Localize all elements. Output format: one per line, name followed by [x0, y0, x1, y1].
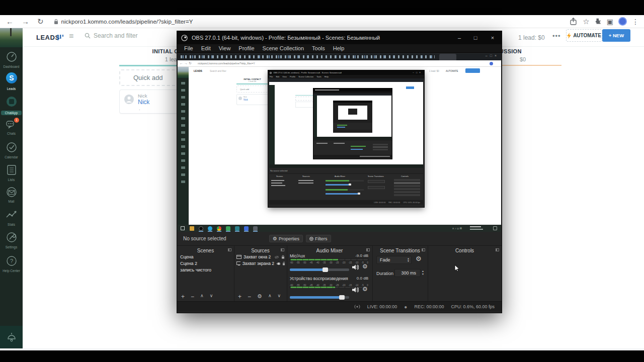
duration-input[interactable]: 300 ms: [394, 269, 421, 277]
l2-menu-item: Scene Collection: [298, 75, 313, 78]
scale-tick: -10: [355, 284, 359, 287]
scale-tick: -35: [323, 284, 326, 287]
back-button[interactable]: ←: [6, 15, 14, 28]
lightning-icon: [567, 33, 571, 39]
sidebar-item-help-center[interactable]: ? Help Center: [0, 255, 23, 273]
eye-icon[interactable]: [276, 262, 280, 265]
slider-handle[interactable]: [339, 295, 345, 300]
menu-item[interactable]: Scene Collection: [259, 45, 308, 51]
scale-tick: -35: [323, 261, 326, 264]
obs-title-bar[interactable]: OBS 27.0.1 (64-bit, windows) - Profile: …: [177, 31, 502, 44]
menu-item[interactable]: Tools: [308, 45, 329, 51]
scale-tick: -20: [342, 261, 346, 264]
channel-settings-icon[interactable]: ⚙: [362, 263, 368, 270]
speaker-icon[interactable]: [352, 287, 359, 293]
forward-button[interactable]: →: [22, 15, 29, 28]
menu-item[interactable]: Help: [329, 45, 349, 51]
sidebar-item-settings[interactable]: Settings: [0, 232, 23, 249]
menu-item[interactable]: Edit: [197, 45, 215, 51]
mixer-channel-name: Устройство воспроизведения: [290, 276, 348, 281]
more-button[interactable]: •••: [552, 32, 561, 40]
scale-tick: -60: [290, 284, 293, 287]
combo-carets-icon: ▴▾: [408, 257, 409, 262]
scene-item[interactable]: Сцена: [180, 254, 211, 259]
close-button[interactable]: ×: [484, 31, 502, 44]
volume-slider[interactable]: [290, 268, 349, 271]
search-input[interactable]: Search and filter: [85, 32, 137, 39]
lead-summary: 1 lead: $0: [518, 34, 545, 41]
maximize-button[interactable]: □: [467, 31, 484, 44]
sidebar-item-stats[interactable]: Stats: [0, 209, 23, 226]
filters-button[interactable]: Filters: [306, 235, 331, 242]
preview-card-link: Nick: [244, 99, 248, 101]
lead-card-link[interactable]: Nick: [138, 99, 149, 106]
profile-avatar[interactable]: [618, 17, 627, 26]
scene-item[interactable]: запись чистого: [180, 267, 211, 273]
add-scene-icon[interactable]: +: [181, 293, 185, 300]
l2-title: OBS 27.0.1 (64-bit, windows) - Profile: …: [273, 71, 342, 74]
scene-up-icon[interactable]: ∧: [200, 293, 204, 300]
sidebar-item-calendar[interactable]: Calendar: [0, 142, 23, 159]
sidebar-item-dashboard[interactable]: Dashboard: [0, 51, 23, 68]
pipeline-view-icon[interactable]: [57, 34, 64, 40]
l2-tabstrip: [269, 78, 423, 82]
notifications-bell-icon[interactable]: [6, 331, 17, 343]
speaker-icon[interactable]: [352, 264, 359, 270]
add-source-icon[interactable]: +: [238, 293, 242, 300]
l2-panels: Scenes Sources Audio Mixer Scene Transit…: [269, 173, 423, 200]
source-row[interactable]: Захват окна 2: [236, 254, 285, 259]
source-up-icon[interactable]: ∧: [268, 293, 272, 300]
sidebar-item-mail[interactable]: Mail: [0, 187, 23, 203]
duration-value: 300 ms: [401, 270, 416, 276]
properties-button[interactable]: ⚙ Properties: [269, 235, 303, 242]
l2-status-rec: REC: 00:00:00: [388, 202, 400, 204]
sidebar-item-leads[interactable]: S Leads: [0, 71, 23, 90]
mail-icon: [6, 187, 17, 197]
list-view-icon[interactable]: ≡: [69, 32, 73, 41]
taskbar-app-icon: [226, 226, 230, 231]
scene-item[interactable]: Сцена 2: [180, 261, 211, 266]
sidebar-item-chats[interactable]: 1 Chats: [0, 119, 23, 135]
eye-off-icon[interactable]: [274, 255, 279, 259]
sidebar-item-chatapp[interactable]: ChatApp: [0, 96, 23, 115]
new-lead-button[interactable]: + NEW LEAD: [602, 29, 630, 42]
lock-icon[interactable]: [282, 261, 285, 265]
lock-icon[interactable]: [281, 255, 285, 259]
automate-button[interactable]: AUTOMATE: [566, 29, 602, 42]
volume-slider[interactable]: [290, 296, 349, 299]
l2-logo-dot: [270, 72, 272, 74]
bookmark-star-icon[interactable]: ☆: [583, 17, 589, 26]
scale-tick: -50: [303, 284, 306, 287]
minimize-button[interactable]: –: [451, 31, 467, 44]
menu-item[interactable]: View: [215, 45, 235, 51]
remove-scene-icon[interactable]: −: [191, 293, 194, 300]
reload-button[interactable]: ↻: [37, 15, 44, 28]
svg-text:S: S: [9, 74, 14, 82]
mixer-panel-title: Audio Mixer: [287, 248, 372, 253]
l2-panel-scenes: Scenes: [276, 175, 283, 177]
slider-handle[interactable]: [323, 267, 328, 272]
scene-down-icon[interactable]: ∨: [210, 293, 213, 300]
sidebar-item-lists[interactable]: Lists: [0, 164, 23, 182]
duration-spinner-icon[interactable]: ▴▾: [422, 269, 424, 276]
transition-select[interactable]: Fade ▴▾: [376, 256, 412, 264]
side-panel-icon[interactable]: ▣: [607, 18, 613, 26]
scale-tick: -20: [342, 284, 346, 287]
remove-source-icon[interactable]: −: [248, 293, 251, 300]
menu-item[interactable]: File: [180, 45, 197, 51]
browser-menu-icon[interactable]: ⋮: [632, 18, 639, 26]
source-down-icon[interactable]: ∨: [278, 293, 281, 300]
menu-item[interactable]: Profile: [234, 45, 258, 51]
taskbar-app-icon: [199, 226, 203, 231]
mixer-scale: -60-55-50-45-40-35-30-25-20-15-10-50: [290, 261, 368, 264]
source-row[interactable]: Захват экрана 2: [236, 261, 285, 266]
transition-settings-icon[interactable]: ⚙: [416, 255, 422, 262]
url-text[interactable]: nickporo1.kommo.com/leads/pipeline/?skip…: [61, 15, 193, 28]
search-icon: [85, 33, 91, 39]
preview-thumb: [178, 67, 189, 78]
extensions-icon[interactable]: [594, 18, 602, 25]
share-icon[interactable]: [570, 18, 577, 25]
channel-settings-icon[interactable]: ⚙: [362, 286, 368, 293]
l2-panel-sources: Sources: [302, 175, 310, 177]
source-properties-icon[interactable]: ⚙: [257, 293, 262, 300]
